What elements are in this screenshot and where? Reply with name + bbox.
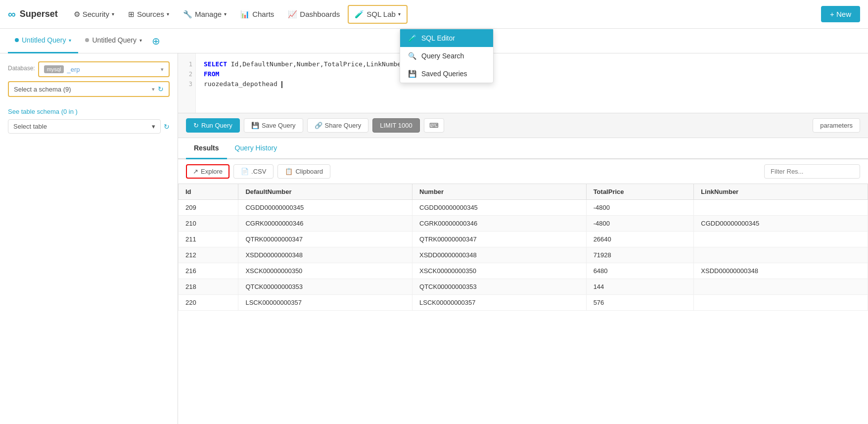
database-row: Database: mysql _erp ▾ (8, 61, 170, 77)
nav-item-security[interactable]: ⚙ Security ▾ (68, 6, 120, 23)
tab2-dot (85, 38, 89, 42)
table-header-row: Id DefaultNumber Number TotalPrice LinkN… (179, 184, 868, 200)
csv-button[interactable]: 📄 .CSV (233, 164, 274, 179)
editor-area: 1 2 3 SELECT Id,DefaultNumber,Number,Tot… (178, 53, 868, 424)
share-query-label: Share Query (325, 122, 362, 129)
editor-content[interactable]: SELECT Id,DefaultNumber,Number,TotalPric… (196, 53, 868, 113)
nav-charts-label: Charts (252, 10, 274, 18)
keyboard-icon: ⌨ (429, 122, 439, 129)
brand-name: Superset (20, 9, 58, 19)
nav-manage-label: Manage (195, 10, 222, 18)
tab-1[interactable]: Untitled Query ▾ (8, 29, 78, 53)
limit-button[interactable]: LIMIT 1000 (372, 118, 420, 133)
table-row: 220 LSCK00000000357 LSCK00000000357 576 (179, 295, 868, 311)
cell-id: 211 (179, 232, 238, 247)
dropdown-query-search[interactable]: 🔍 Query Search (400, 47, 493, 65)
nav-item-sources[interactable]: ⊞ Sources ▾ (122, 6, 175, 23)
nav-items: ⚙ Security ▾ ⊞ Sources ▾ 🔧 Manage ▾ 📊 Ch… (68, 5, 821, 24)
sql-editor-label: SQL Editor (421, 34, 455, 42)
tab2-caret: ▾ (139, 38, 142, 43)
run-query-button[interactable]: ↻ Run Query (186, 118, 240, 133)
cell-link-number: XSDD00000000348 (694, 263, 868, 279)
tab-2[interactable]: Untitled Query ▾ (78, 29, 148, 53)
query-search-icon: 🔍 (408, 52, 416, 60)
cell-link-number (694, 279, 868, 295)
filter-input[interactable] (764, 164, 860, 179)
share-query-button[interactable]: 🔗 Share Query (307, 118, 369, 133)
nav-sources-label: Sources (137, 10, 164, 18)
sidebar: Database: mysql _erp ▾ Select a schema (… (0, 53, 178, 424)
table-row: 216 XSCK00000000350 XSCK00000000350 6480… (179, 263, 868, 279)
save-query-button[interactable]: 💾 Save Query (244, 118, 303, 133)
add-tab-icon: ⊕ (152, 35, 160, 47)
results-tab-results[interactable]: Results (186, 138, 227, 159)
table-select-placeholder: Select table (13, 123, 47, 130)
tab1-label: Untitled Query (22, 36, 66, 44)
table-select[interactable]: Select table ▾ (8, 119, 161, 134)
brand-icon: ∞ (8, 8, 16, 21)
cell-id: 212 (179, 247, 238, 263)
cell-total-price: 6480 (586, 263, 694, 279)
table-select-row: Select table ▾ ↻ (8, 119, 170, 134)
explore-icon: ↗ (193, 168, 198, 175)
explore-button[interactable]: ↗ Explore (186, 164, 229, 179)
new-button[interactable]: + New (821, 6, 860, 22)
cell-number: LSCK00000000357 (412, 295, 587, 311)
col-default-number: DefaultNumber (238, 184, 412, 200)
cell-id: 210 (179, 216, 238, 232)
cell-default-number: XSCK00000000350 (238, 263, 412, 279)
security-icon: ⚙ (74, 10, 80, 19)
brand[interactable]: ∞ Superset (8, 8, 58, 21)
database-name: _erp (67, 66, 158, 73)
table-row: 211 QTRK00000000347 QTRK00000000347 2664… (179, 232, 868, 247)
cell-total-price: 26640 (586, 232, 694, 247)
clipboard-label: Clipboard (295, 168, 323, 175)
dashboards-icon: 📈 (288, 10, 297, 19)
tab2-label: Untitled Query (92, 36, 136, 44)
saved-queries-icon: 💾 (408, 70, 416, 78)
cell-link-number (694, 200, 868, 216)
clipboard-icon: 📋 (285, 168, 293, 175)
database-box[interactable]: mysql _erp ▾ (38, 61, 170, 77)
parameters-button[interactable]: parameters (813, 118, 860, 133)
nav-item-dashboards[interactable]: 📈 Dashboards (282, 6, 346, 23)
schema-refresh-icon[interactable]: ↻ (158, 85, 164, 93)
cell-number: QTCK00000000353 (412, 279, 587, 295)
cell-default-number: CGDD00000000345 (238, 200, 412, 216)
save-query-label: Save Query (262, 122, 296, 129)
cell-default-number: QTRK00000000347 (238, 232, 412, 247)
table-row: 212 XSDD00000000348 XSDD00000000348 7192… (179, 247, 868, 263)
cell-default-number: LSCK00000000357 (238, 295, 412, 311)
navbar: ∞ Superset ⚙ Security ▾ ⊞ Sources ▾ 🔧 Ma… (0, 0, 868, 29)
table-select-caret: ▾ (152, 123, 155, 130)
cell-total-price: -4800 (586, 200, 694, 216)
cell-link-number: CGDD00000000345 (694, 216, 868, 232)
cell-id: 220 (179, 295, 238, 311)
schema-row[interactable]: Select a schema (9) ▾ ↻ (8, 81, 170, 97)
keyboard-button[interactable]: ⌨ (424, 118, 444, 133)
table-refresh-icon[interactable]: ↻ (164, 123, 170, 131)
cell-number: QTRK00000000347 (412, 232, 587, 247)
nav-item-sqllab[interactable]: 🧪 SQL Lab ▾ (348, 5, 408, 24)
cell-default-number: QTCK00000000353 (238, 279, 412, 295)
line-num-1: 1 (178, 59, 195, 69)
cell-number: CGRK00000000346 (412, 216, 587, 232)
nav-item-charts[interactable]: 📊 Charts (234, 6, 280, 23)
query-toolbar: ↻ Run Query 💾 Save Query 🔗 Share Query L… (178, 113, 868, 138)
dropdown-sql-editor[interactable]: 🧪 SQL Editor (400, 29, 493, 47)
add-tab-button[interactable]: ⊕ (152, 35, 160, 47)
nav-sqllab-label: SQL Lab (366, 10, 396, 18)
clipboard-button[interactable]: 📋 Clipboard (277, 164, 330, 179)
cell-total-price: -4800 (586, 216, 694, 232)
table-row: 210 CGRK00000000346 CGRK00000000346 -480… (179, 216, 868, 232)
cell-total-price: 144 (586, 279, 694, 295)
results-tab-history[interactable]: Query History (227, 138, 285, 159)
editor-line-1: SELECT Id,DefaultNumber,Number,TotalPric… (204, 59, 860, 69)
cell-total-price: 71928 (586, 247, 694, 263)
dropdown-saved-queries[interactable]: 💾 Saved Queries (400, 65, 493, 83)
main-layout: Database: mysql _erp ▾ Select a schema (… (0, 53, 868, 424)
share-query-icon: 🔗 (315, 122, 322, 129)
query-editor[interactable]: 1 2 3 SELECT Id,DefaultNumber,Number,Tot… (178, 53, 868, 113)
nav-item-manage[interactable]: 🔧 Manage ▾ (177, 6, 232, 23)
results-tabs: Results Query History (178, 138, 868, 159)
